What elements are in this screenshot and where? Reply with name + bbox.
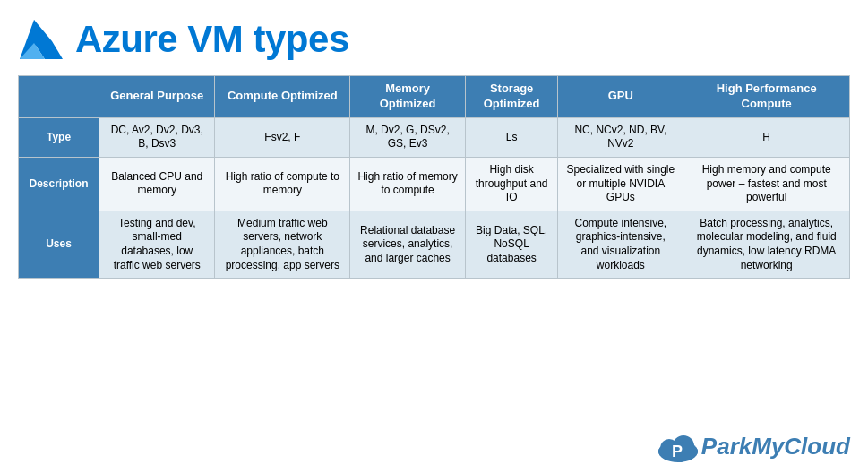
desc-hpc: High memory and compute power – fastest …: [683, 157, 850, 211]
table-row-description: Description Balanced CPU and memory High…: [19, 157, 850, 211]
desc-memory: High ratio of memory to compute: [350, 157, 466, 211]
row-label-description: Description: [19, 157, 99, 211]
row-label-type: Type: [19, 117, 99, 157]
azure-logo-icon: [18, 16, 64, 63]
page-title: Azure VM types: [75, 18, 349, 61]
pmc-brand-name: ParkMyCloud: [701, 433, 850, 460]
header: Azure VM types: [18, 16, 850, 63]
type-storage: Ls: [465, 117, 557, 157]
type-general: DC, Av2, Dv2, Dv3, B, Dsv3: [99, 117, 215, 157]
row-label-uses: Uses: [19, 211, 99, 278]
page-container: Azure VM types General Purpose Compute O…: [0, 0, 868, 473]
uses-compute: Medium traffic web servers, network appl…: [215, 211, 350, 278]
th-compute-optimized: Compute Optimized: [215, 76, 350, 118]
table-row-type: Type DC, Av2, Dv2, Dv3, B, Dsv3 Fsv2, F …: [19, 117, 850, 157]
type-hpc: H: [683, 117, 850, 157]
type-compute: Fsv2, F: [215, 117, 350, 157]
uses-general: Testing and dev, small-med databases, lo…: [99, 211, 215, 278]
desc-storage: High disk throughput and IO: [465, 157, 557, 211]
desc-compute: High ratio of compute to memory: [215, 157, 350, 211]
table-header-row: General Purpose Compute Optimized Memory…: [19, 76, 850, 118]
pmc-logo: P ParkMyCloud: [655, 428, 850, 464]
th-high-performance: High Performance Compute: [683, 76, 850, 118]
azure-logo: [18, 16, 64, 63]
uses-gpu: Compute intensive, graphics-intensive, a…: [558, 211, 683, 278]
pmc-cloud-icon: P: [655, 428, 701, 464]
uses-memory: Relational database services, analytics,…: [350, 211, 466, 278]
table-row-uses: Uses Testing and dev, small-med database…: [19, 211, 850, 278]
type-memory: M, Dv2, G, DSv2, GS, Ev3: [350, 117, 466, 157]
desc-gpu: Specialized with single or multiple NVID…: [558, 157, 683, 211]
uses-hpc: Batch processing, analytics, molecular m…: [683, 211, 850, 278]
th-storage-optimized: Storage Optimized: [465, 76, 557, 118]
desc-general: Balanced CPU and memory: [99, 157, 215, 211]
th-empty: [19, 76, 99, 118]
vm-table: General Purpose Compute Optimized Memory…: [18, 75, 850, 279]
th-general-purpose: General Purpose: [99, 76, 215, 118]
footer: P ParkMyCloud: [655, 428, 850, 464]
th-memory-optimized: Memory Optimized: [350, 76, 466, 118]
th-gpu: GPU: [558, 76, 683, 118]
type-gpu: NC, NCv2, ND, BV, NVv2: [558, 117, 683, 157]
pmc-brand-text: ParkMyCloud: [701, 433, 850, 460]
uses-storage: Big Data, SQL, NoSQL databases: [465, 211, 557, 278]
svg-text:P: P: [672, 443, 683, 460]
